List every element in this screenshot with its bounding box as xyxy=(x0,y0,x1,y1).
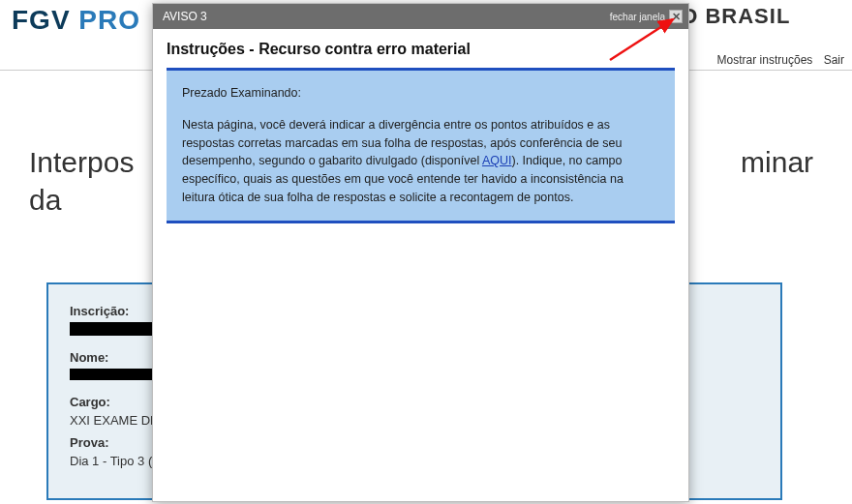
modal-titlebar: AVISO 3 fechar janela ✕ xyxy=(153,4,688,29)
modal-heading: Instruções - Recurso contra erro materia… xyxy=(167,41,675,58)
instruction-body: Nesta página, você deverá indicar a dive… xyxy=(182,116,659,207)
gabarito-link[interactable]: AQUI xyxy=(482,154,512,167)
close-icon[interactable]: ✕ xyxy=(669,10,683,23)
modal-title: AVISO 3 xyxy=(163,10,207,23)
instruction-box: Prezado Examinando: Nesta página, você d… xyxy=(167,68,675,223)
close-label: fechar janela xyxy=(610,12,665,22)
modal-aviso: AVISO 3 fechar janela ✕ Instruções - Rec… xyxy=(152,3,689,502)
instruction-greeting: Prezado Examinando: xyxy=(182,84,659,103)
